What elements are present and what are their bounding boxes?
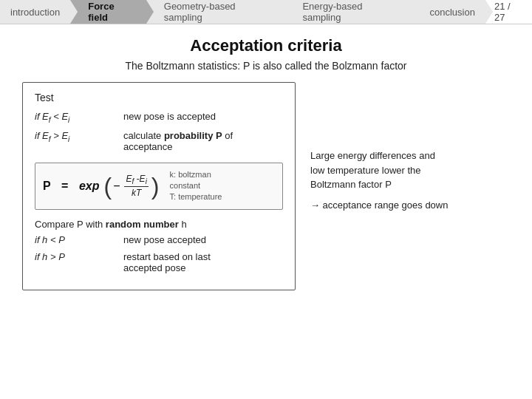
test-row-2: if Ef > Ei calculate probability P of ac… xyxy=(35,130,283,152)
compare-suffix: h xyxy=(179,219,187,230)
test-label: Test xyxy=(35,92,283,103)
nav-item-introduction[interactable]: introduction xyxy=(0,0,70,24)
fraction-denominator: kT xyxy=(130,187,143,198)
right-info: Large energy differences and low tempera… xyxy=(310,149,510,212)
content-area: Test if Ef < Ei new pose is accepted if … xyxy=(22,82,510,290)
result-1: new pose is accepted xyxy=(123,111,216,122)
nav-label-geometry-sampling: Geometry-based sampling xyxy=(164,1,275,23)
nav-item-geometry-sampling[interactable]: Geometry-based sampling xyxy=(146,0,285,24)
fraction-numerator: Ef -Ei xyxy=(124,174,148,187)
nav-label-energy-sampling: Energy-based sampling xyxy=(302,1,401,23)
compare-title: Compare P with random number h xyxy=(35,219,283,230)
right-info-line3: Boltzmann factor P xyxy=(310,179,392,190)
result-2: calculate probability P of acceptance xyxy=(123,130,283,152)
fraction: Ef -Ei kT xyxy=(124,174,148,198)
compare-row-2: if h > P restart based on lastaccepted p… xyxy=(35,251,283,273)
test-row-1: if Ef < Ei new pose is accepted xyxy=(35,111,283,124)
formula-p: P xyxy=(43,180,51,193)
arrow-line: → acceptance range goes down xyxy=(310,198,510,213)
nav-label-force-field: Force field xyxy=(88,1,136,23)
formula-row: P = exp ( − Ef -Ei kT ) k: boltzman cons… xyxy=(35,163,283,210)
navigation-bar: introduction Force field Geometry-based … xyxy=(0,0,532,24)
compare-row-1: if h < P new pose accepted xyxy=(35,234,283,245)
main-content: Acceptation criteria The Boltzmann stati… xyxy=(0,24,532,298)
right-info-line2: low temperature lower the xyxy=(310,165,421,176)
page-subtitle: The Boltzmann statistics: P is also call… xyxy=(22,60,510,72)
formula-note-line3: T: temperature xyxy=(170,192,222,201)
arrow-text: → acceptance range goes down xyxy=(310,200,448,211)
compare-prefix: Compare P with xyxy=(35,219,106,230)
compare-result-1: new pose accepted xyxy=(123,234,206,245)
fraction-container: ( − Ef -Ei kT ) xyxy=(103,174,159,198)
nav-item-force-field[interactable]: Force field xyxy=(70,0,146,24)
compare-section: Compare P with random number h if h < P … xyxy=(35,219,283,273)
close-paren: ) xyxy=(151,174,160,198)
compare-condition-2: if h > P xyxy=(35,251,123,262)
compare-condition-1: if h < P xyxy=(35,234,123,245)
nav-label-introduction: introduction xyxy=(10,7,60,18)
right-info-line1: Large energy differences and xyxy=(310,150,435,161)
condition-2: if Ef > Ei xyxy=(35,130,123,143)
formula-note-line2: constant xyxy=(170,181,201,190)
open-paren: ( xyxy=(103,174,112,198)
nav-label-conclusion: conclusion xyxy=(430,7,475,18)
compare-result-2: restart based on lastaccepted pose xyxy=(123,251,211,273)
condition-1: if Ef < Ei xyxy=(35,111,123,124)
formula-exp: exp xyxy=(79,180,100,193)
formula-note: k: boltzman constant T: temperature xyxy=(170,169,222,203)
compare-bold: random number xyxy=(106,219,179,230)
formula-note-line1: k: boltzman xyxy=(170,170,211,179)
test-box: Test if Ef < Ei new pose is accepted if … xyxy=(22,82,296,290)
nav-item-energy-sampling[interactable]: Energy-based sampling xyxy=(284,0,412,24)
formula-eq: = xyxy=(58,180,72,193)
page-title: Acceptation criteria xyxy=(22,36,510,55)
nav-item-conclusion[interactable]: conclusion xyxy=(412,0,485,24)
minus-sign: − xyxy=(113,180,120,193)
